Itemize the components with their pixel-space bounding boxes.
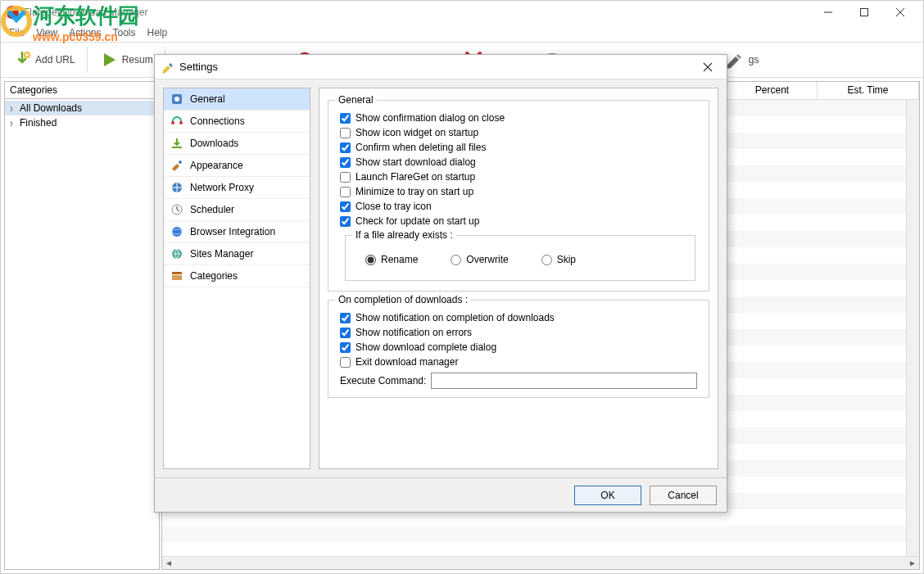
- proxy-icon: [170, 181, 183, 194]
- dialog-title: Settings: [179, 61, 691, 73]
- settings-toolbar-suffix: gs: [749, 54, 759, 66]
- maximize-button[interactable]: [846, 1, 882, 24]
- group-general: General Show confirmation dialog on clos…: [328, 100, 709, 292]
- nav-scheduler[interactable]: Scheduler: [164, 199, 310, 221]
- add-url-icon: [12, 50, 32, 70]
- menu-view[interactable]: View: [36, 27, 57, 38]
- nav-downloads[interactable]: Downloads: [164, 133, 310, 155]
- nav-label: Sites Manager: [190, 248, 253, 260]
- nav-label: Categories: [190, 270, 238, 282]
- menu-help[interactable]: Help: [147, 27, 168, 38]
- nav-connections[interactable]: Connections: [164, 111, 310, 133]
- cancel-button[interactable]: Cancel: [650, 486, 717, 505]
- nav-label: Scheduler: [190, 204, 234, 215]
- scroll-left-icon[interactable]: ◄: [162, 557, 175, 570]
- cb-launch-startup[interactable]: Launch FlareGet on startup: [340, 171, 697, 183]
- menu-tools[interactable]: Tools: [113, 27, 136, 38]
- nav-label: Browser Integration: [190, 226, 275, 237]
- toolbar-separator: [87, 47, 88, 73]
- group-title: General: [335, 94, 377, 106]
- menu-actions[interactable]: Actions: [69, 27, 101, 38]
- svg-point-7: [171, 121, 174, 124]
- nav-label: Connections: [190, 115, 245, 127]
- cb-confirm-close[interactable]: Show confirmation dialog on close: [340, 112, 697, 124]
- nav-label: General: [190, 93, 225, 105]
- svg-point-6: [174, 97, 179, 102]
- cb-exit-manager[interactable]: Exit download manager: [340, 356, 697, 368]
- svg-point-8: [179, 121, 183, 124]
- sidebar-header: Categories: [4, 81, 160, 99]
- browser-icon: [170, 225, 183, 238]
- add-url-button[interactable]: Add URL: [6, 47, 82, 73]
- resume-button[interactable]: Resum: [93, 47, 160, 73]
- col-est-time[interactable]: Est. Time: [818, 82, 919, 99]
- add-url-label: Add URL: [35, 54, 75, 66]
- resume-label: Resum: [122, 54, 153, 66]
- cb-start-download-dialog[interactable]: Show start download dialog: [340, 156, 697, 168]
- group-title: On completion of downloads :: [335, 294, 471, 305]
- connections-icon: [170, 115, 183, 128]
- titlebar: Flareget Download Manager: [1, 1, 923, 24]
- nav-network-proxy[interactable]: Network Proxy: [164, 177, 310, 199]
- scroll-right-icon[interactable]: ►: [906, 557, 919, 570]
- cb-confirm-delete[interactable]: Confirm when deleting all files: [340, 142, 697, 153]
- nav-appearance[interactable]: Appearance: [164, 155, 310, 177]
- nav-browser-integration[interactable]: Browser Integration: [164, 221, 310, 243]
- cb-icon-widget[interactable]: Show icon widget on startup: [340, 127, 697, 138]
- col-percent[interactable]: Percent: [727, 82, 818, 99]
- tree-item-finished[interactable]: Finished: [5, 115, 159, 130]
- svg-rect-17: [172, 275, 182, 280]
- settings-nav: General Connections Downloads Appearance…: [163, 88, 310, 469]
- nav-label: Downloads: [190, 138, 238, 149]
- cb-check-update[interactable]: Check for update on start up: [340, 215, 697, 227]
- svg-point-13: [172, 227, 182, 237]
- menubar: File View Actions Tools Help: [1, 24, 923, 42]
- svg-rect-16: [172, 272, 182, 274]
- cb-notify-errors[interactable]: Show notification on errors: [340, 327, 697, 338]
- nav-label: Appearance: [190, 160, 243, 171]
- dialog-footer: OK Cancel: [155, 477, 727, 512]
- vertical-scrollbar[interactable]: [906, 100, 919, 556]
- tree-item-all-downloads[interactable]: All Downloads: [5, 101, 159, 115]
- downloads-icon: [170, 137, 183, 150]
- general-icon: [170, 93, 183, 106]
- appearance-icon: [170, 159, 183, 172]
- scheduler-icon: [170, 203, 183, 216]
- ok-button[interactable]: OK: [574, 486, 641, 505]
- nav-categories[interactable]: Categories: [164, 265, 310, 287]
- nav-label: Network Proxy: [190, 182, 254, 193]
- close-button[interactable]: [882, 1, 918, 24]
- categories-icon: [170, 269, 183, 282]
- sidebar: Categories All Downloads Finished: [4, 81, 160, 570]
- cb-close-tray[interactable]: Close to tray icon: [340, 201, 697, 212]
- cb-notify-complete[interactable]: Show notification on completion of downl…: [340, 312, 697, 323]
- group-title: If a file already exists :: [352, 229, 456, 241]
- horizontal-scrollbar[interactable]: ◄ ►: [162, 556, 919, 569]
- execute-command-row: Execute Command:: [340, 373, 697, 389]
- dialog-close-button[interactable]: [695, 55, 720, 79]
- category-tree: All Downloads Finished: [4, 99, 160, 570]
- window-title: Flareget Download Manager: [24, 7, 810, 18]
- minimize-button[interactable]: [810, 1, 846, 24]
- play-icon: [99, 50, 119, 70]
- radio-overwrite[interactable]: Overwrite: [451, 254, 508, 265]
- svg-point-10: [179, 160, 182, 164]
- menu-file[interactable]: File: [9, 27, 25, 38]
- sites-icon: [170, 247, 183, 260]
- settings-icon: [161, 61, 174, 74]
- cb-minimize-tray[interactable]: Minimize to tray on start up: [340, 186, 697, 197]
- settings-dialog: Settings General Connections Downloads A…: [154, 54, 727, 513]
- nav-general[interactable]: General: [164, 88, 310, 111]
- radio-skip[interactable]: Skip: [541, 254, 576, 265]
- radio-rename[interactable]: Rename: [365, 254, 418, 265]
- dialog-titlebar: Settings: [155, 55, 727, 79]
- nav-sites-manager[interactable]: Sites Manager: [164, 243, 310, 265]
- execute-command-label: Execute Command:: [340, 375, 426, 386]
- execute-command-input[interactable]: [431, 373, 697, 389]
- group-on-completion: On completion of downloads : Show notifi…: [328, 300, 709, 398]
- svg-rect-0: [861, 9, 868, 16]
- svg-rect-9: [172, 147, 182, 148]
- cb-download-complete-dialog[interactable]: Show download complete dialog: [340, 341, 697, 353]
- app-icon: [6, 6, 19, 19]
- settings-content: General Show confirmation dialog on clos…: [319, 88, 718, 469]
